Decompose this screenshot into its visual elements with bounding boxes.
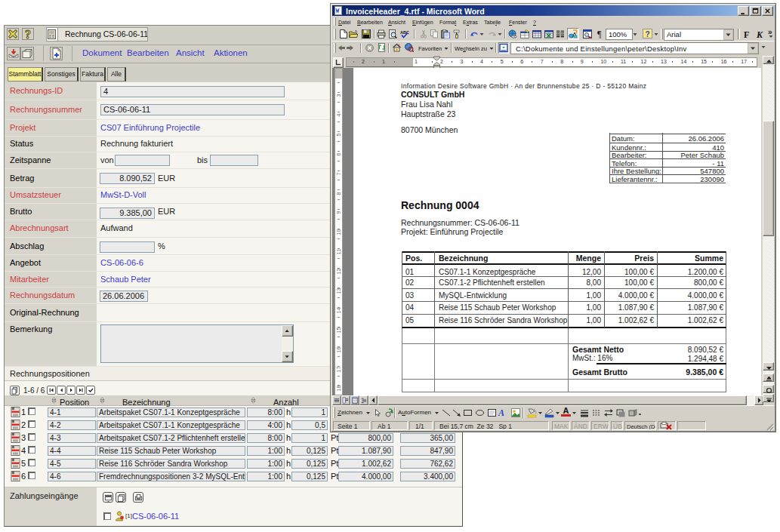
- svg-text:?: ?: [25, 28, 31, 40]
- svg-text:ABC: ABC: [400, 30, 409, 35]
- svg-text:¶: ¶: [597, 29, 602, 38]
- svg-text:?: ?: [646, 30, 650, 38]
